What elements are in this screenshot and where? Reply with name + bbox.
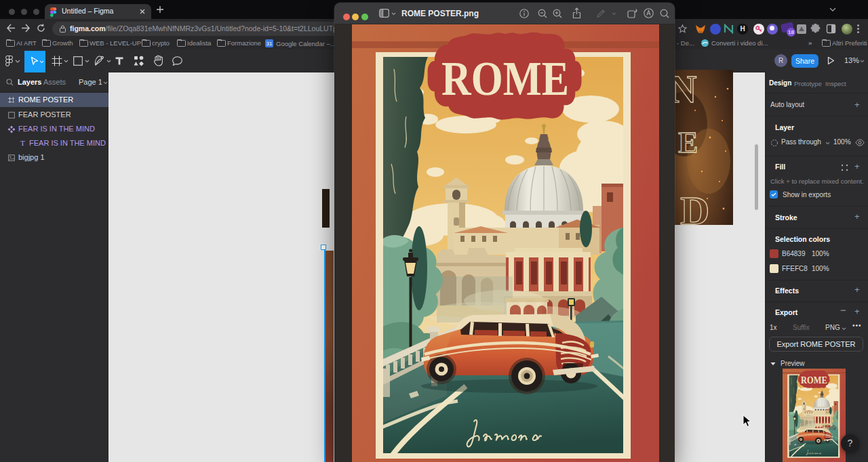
svg-text:ROME: ROME: [441, 51, 569, 106]
svg-text:31: 31: [267, 41, 273, 47]
svg-text:E: E: [678, 126, 698, 159]
svg-text:D: D: [680, 188, 709, 225]
svg-text:N: N: [675, 70, 696, 110]
